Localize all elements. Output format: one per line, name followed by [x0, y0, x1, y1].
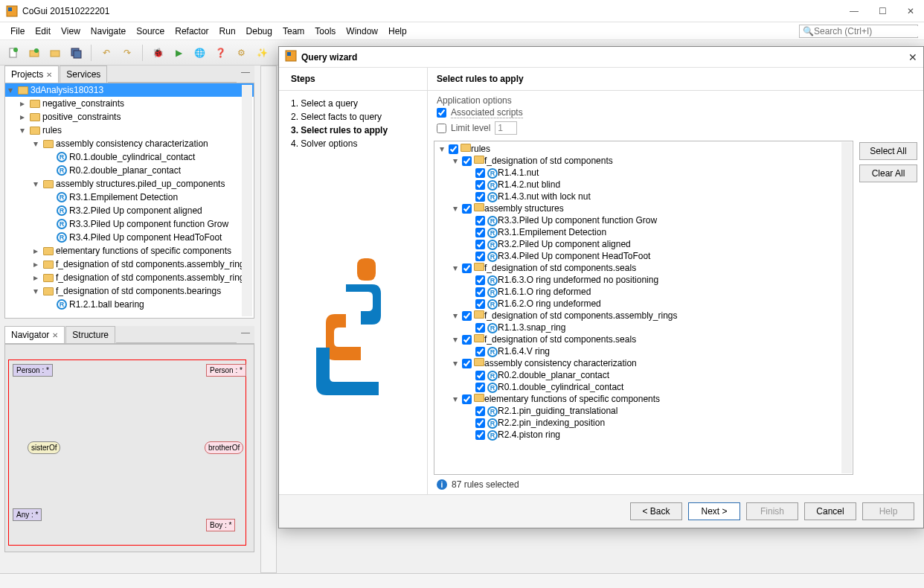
graph-node[interactable]: Person : *	[13, 364, 53, 377]
rule-row[interactable]: ▾ f_designation of std components.seals	[436, 262, 851, 274]
maximize-button[interactable]: ☐	[875, 6, 890, 16]
tab-projects[interactable]: Projects✕	[4, 65, 59, 83]
finish-button[interactable]: Finish	[746, 502, 798, 520]
rule-checkbox[interactable]	[462, 311, 472, 321]
rule-checkbox[interactable]	[475, 216, 485, 226]
wizard-step[interactable]: 3. Select rules to apply	[291, 124, 415, 137]
menu-refactor[interactable]: Refactor	[170, 25, 213, 38]
select-all-button[interactable]: Select All	[859, 142, 917, 160]
help-button[interactable]: Help	[862, 502, 914, 520]
rule-checkbox[interactable]	[475, 299, 485, 309]
tab-navigator[interactable]: Navigator✕	[4, 326, 65, 343]
next-button[interactable]: Next >	[688, 502, 740, 520]
rule-checkbox[interactable]	[462, 359, 472, 368]
associated-scripts-checkbox[interactable]	[437, 108, 446, 118]
new-file-icon[interactable]	[4, 44, 22, 62]
tree-row[interactable]: ▸f_designation of std components.assembl…	[5, 271, 254, 284]
twisty-icon[interactable]: ▾	[451, 358, 460, 368]
rule-checkbox[interactable]	[462, 394, 472, 404]
globe-icon[interactable]: 🌐	[190, 44, 208, 62]
rule-checkbox[interactable]	[475, 287, 485, 297]
tree-row[interactable]: RR0.2.double_planar_contact	[5, 164, 254, 177]
tree-row[interactable]: ▾assembly consistency characterization	[5, 137, 254, 150]
rule-checkbox[interactable]	[449, 144, 458, 154]
wizard-step[interactable]: 2. Select facts to query	[291, 110, 415, 124]
rule-row[interactable]: ▾ f_designation of std components.seals	[436, 333, 851, 345]
tab-services[interactable]: Services	[60, 65, 107, 83]
scrollbar[interactable]	[841, 142, 852, 473]
graph-node[interactable]: Person : *	[206, 364, 246, 377]
help-icon[interactable]: ❓	[211, 44, 229, 62]
projects-tree[interactable]: ▾3dAnalysis180313▸negative_constraints▸p…	[4, 83, 254, 319]
rule-row[interactable]: ▾ assembly structures	[436, 202, 851, 214]
new-project-icon[interactable]	[25, 44, 43, 62]
menu-help[interactable]: Help	[384, 25, 411, 38]
rule-row[interactable]: ▾ f_designation of std components	[436, 155, 851, 167]
wizard-icon[interactable]: ✨	[253, 44, 271, 62]
rule-row[interactable]: R R3.3.Piled Up component function Grow	[436, 214, 851, 226]
close-icon[interactable]: ✕	[52, 331, 58, 339]
twisty-icon[interactable]: ▸	[33, 259, 42, 269]
twisty-icon[interactable]: ▾	[451, 156, 460, 166]
close-icon[interactable]: ✕	[908, 51, 917, 63]
limit-level-input[interactable]	[495, 121, 517, 135]
clear-all-button[interactable]: Clear All	[859, 164, 917, 182]
tree-row[interactable]: ▾3dAnalysis180313	[5, 83, 254, 97]
rule-row[interactable]: ▾ rules	[436, 143, 851, 155]
navigator-canvas[interactable]: Person : * Person : * sisterOf brotherOf…	[4, 344, 254, 552]
rule-row[interactable]: R R1.6.1.O ring deformed	[436, 286, 851, 298]
tab-structure[interactable]: Structure	[65, 326, 115, 343]
menu-file[interactable]: File	[6, 25, 29, 38]
limit-level-checkbox[interactable]	[437, 124, 446, 133]
twisty-icon[interactable]: ▸	[20, 112, 29, 122]
rule-checkbox[interactable]	[475, 180, 485, 190]
rule-checkbox[interactable]	[475, 323, 485, 333]
rule-checkbox[interactable]	[475, 240, 485, 249]
rule-row[interactable]: R R1.6.2.O ring undeformed	[436, 298, 851, 310]
rule-checkbox[interactable]	[475, 418, 485, 428]
rule-row[interactable]: R R3.2.Piled Up component aligned	[436, 238, 851, 250]
twisty-icon[interactable]: ▸	[20, 98, 29, 109]
undo-icon[interactable]: ↶	[97, 44, 115, 62]
rule-row[interactable]: ▾ elementary functions of specific compo…	[436, 393, 851, 405]
twisty-icon[interactable]: ▾	[437, 144, 446, 154]
menu-navigate[interactable]: Navigate	[86, 25, 130, 38]
debug-icon[interactable]: 🐞	[149, 44, 167, 62]
tree-row[interactable]: RR3.3.Piled Up component function Grow	[5, 217, 254, 231]
tree-row[interactable]: ▸f_designation of std components.assembl…	[5, 258, 254, 271]
rule-checkbox[interactable]	[475, 347, 485, 357]
tree-row[interactable]: ▸positive_constraints	[5, 110, 254, 124]
run-icon[interactable]: ▶	[170, 44, 187, 62]
menu-source[interactable]: Source	[132, 25, 169, 38]
minimize-panel-icon[interactable]: —	[237, 326, 254, 343]
tree-row[interactable]: ▾rules	[5, 124, 254, 137]
rule-row[interactable]: R R1.4.1.nut	[436, 167, 851, 179]
scrollbar[interactable]	[242, 85, 252, 316]
rule-checkbox[interactable]	[462, 263, 472, 273]
graph-node[interactable]: brotherOf	[205, 441, 243, 454]
search-input[interactable]	[814, 26, 924, 36]
menu-view[interactable]: View	[57, 25, 85, 38]
back-button[interactable]: < Back	[630, 502, 682, 520]
rule-checkbox[interactable]	[475, 383, 485, 392]
twisty-icon[interactable]: ▾	[451, 334, 460, 345]
tree-row[interactable]: RR1.2.1.ball bearing	[5, 298, 254, 311]
twisty-icon[interactable]: ▾	[451, 310, 460, 321]
rule-checkbox[interactable]	[475, 228, 485, 237]
gear-icon[interactable]: ⚙	[232, 44, 250, 62]
search-box[interactable]: 🔍	[799, 25, 918, 38]
minimize-button[interactable]: —	[847, 6, 862, 16]
graph-node[interactable]: Any : *	[13, 508, 42, 521]
tree-row[interactable]: RR3.1.Empilement Detection	[5, 191, 254, 204]
twisty-icon[interactable]: ▾	[8, 85, 17, 95]
rule-checkbox[interactable]	[475, 275, 485, 285]
menu-debug[interactable]: Debug	[242, 25, 277, 38]
tree-row[interactable]: RR3.2.Piled Up component aligned	[5, 204, 254, 217]
tree-row[interactable]: ▾assembly structures.piled_up_components	[5, 177, 254, 191]
twisty-icon[interactable]: ▾	[33, 138, 42, 149]
wizard-step[interactable]: 4. Solver options	[291, 137, 415, 150]
rule-checkbox[interactable]	[475, 430, 485, 440]
menu-team[interactable]: Team	[278, 25, 309, 38]
rule-checkbox[interactable]	[475, 371, 485, 380]
twisty-icon[interactable]: ▾	[451, 394, 460, 404]
